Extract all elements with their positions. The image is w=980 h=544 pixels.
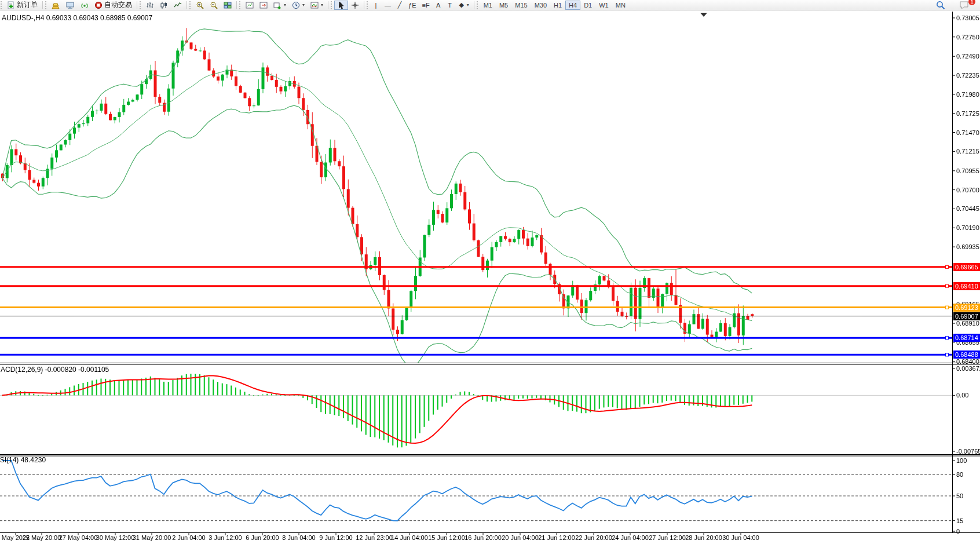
cursor-icon — [337, 1, 345, 9]
rsi-axis-label: 0 — [956, 528, 960, 535]
timeframe-m5-label: M5 — [499, 2, 508, 9]
toolbar-drag-handle — [367, 1, 370, 9]
main-toolbar: 新订单自动交易▾▾▾|—╱ƒE≡FAT◆▾M1M5M15M30H1H4D1W1M… — [0, 0, 980, 10]
crosshair-icon — [351, 1, 359, 9]
autotrading-button[interactable]: 自动交易 — [92, 1, 135, 10]
toolbar-separator — [328, 1, 328, 9]
time-axis-label: 30 May 12:00 — [96, 534, 135, 541]
arrows-button[interactable]: ◆▾ — [456, 1, 472, 10]
timeframe-h1[interactable]: H1 — [550, 1, 565, 10]
toolbar-separator — [137, 1, 137, 9]
price-tick-label: 0.71470 — [956, 129, 979, 136]
timeframe-m1[interactable]: M1 — [480, 1, 496, 10]
new-chart-button[interactable]: ▾ — [270, 1, 289, 10]
time-axis-label: 25 May 20:00 — [23, 534, 61, 541]
clock-icon — [292, 1, 300, 9]
crosshair-button[interactable] — [348, 1, 362, 10]
price-level-badge: 0.68714 — [953, 334, 980, 342]
timeframe-m30[interactable]: M30 — [531, 1, 550, 10]
timeframe-h4[interactable]: H4 — [565, 1, 580, 10]
chartb-icon — [259, 1, 268, 9]
candles-icon — [160, 1, 168, 9]
chevron-down-icon: ▾ — [284, 2, 286, 8]
timeframe-mn[interactable]: MN — [612, 1, 629, 10]
price-tick-label: 0.73005 — [956, 14, 979, 21]
chartplus-icon — [273, 1, 281, 9]
timeframe-m15[interactable]: M15 — [511, 1, 531, 10]
toolbar-separator — [474, 1, 474, 9]
chat-button[interactable]: 1 — [956, 1, 972, 10]
chevron-down-icon: ▾ — [467, 2, 469, 8]
horizontal-line-button-glyph: — — [385, 2, 391, 9]
toolbar-separator — [364, 1, 364, 9]
time-axis-label: 20 Jun 04:00 — [502, 534, 539, 541]
chat-icon — [959, 1, 969, 9]
rsi-axis-label: 100 — [956, 457, 967, 464]
signals-button[interactable] — [78, 1, 92, 10]
time-axis-label: 3 Jun 12:00 — [209, 534, 242, 541]
history-center-button[interactable] — [49, 1, 63, 10]
horizontal-line-button[interactable]: — — [382, 1, 394, 10]
auto-scroll-button[interactable] — [243, 1, 257, 10]
time-axis-label: 22 Jun 20:00 — [575, 534, 612, 541]
price-chart-canvas[interactable] — [0, 10, 980, 544]
macd-axis-label: -0.007656 — [956, 448, 980, 455]
price-tick-label: 0.71980 — [956, 91, 979, 98]
search-button[interactable] — [933, 1, 948, 10]
price-tick-label: 0.70955 — [956, 167, 979, 174]
rsi-axis-label: 50 — [956, 492, 963, 499]
price-level-badge: 0.69410 — [953, 282, 980, 290]
terminal-button[interactable] — [63, 1, 78, 10]
zoom-out-button[interactable] — [207, 1, 221, 10]
timeframe-d1[interactable]: D1 — [580, 1, 595, 10]
timeframe-h4-label: H4 — [569, 2, 577, 9]
templates-button[interactable]: ▾ — [308, 1, 326, 10]
text-button-glyph: A — [436, 2, 441, 9]
time-axis-label: 8 Jun 04:00 — [282, 534, 316, 541]
macd-axis-label: 0.003672 — [956, 365, 980, 372]
toolbar-separator — [187, 1, 187, 9]
zoom-in-button[interactable] — [193, 1, 207, 10]
trendline-button[interactable]: ╱ — [394, 1, 405, 10]
current-price-badge: 0.69007 — [953, 312, 980, 320]
price-level-badge: 0.68488 — [953, 351, 980, 359]
search-icon — [936, 1, 945, 10]
docplus-icon — [7, 1, 15, 9]
timeframe-w1-label: W1 — [599, 2, 609, 9]
rsi-axis-label: 15 — [956, 517, 963, 524]
vertical-line-button[interactable]: | — [370, 1, 382, 10]
fibonacci-button-glyph: ƒE — [408, 2, 416, 9]
text-label-button[interactable]: T — [444, 1, 456, 10]
timeframe-m15-label: M15 — [515, 2, 527, 9]
chart-shift-button[interactable] — [257, 1, 270, 10]
time-axis-label: 28 Jun 20:00 — [685, 534, 722, 541]
time-axis-label: 6 Jun 20:00 — [246, 534, 279, 541]
bar-chart-button[interactable] — [143, 1, 157, 10]
cursor-button[interactable] — [334, 1, 348, 10]
timeframe-mn-label: MN — [616, 2, 626, 9]
charta-icon — [246, 1, 254, 9]
toolbar-drag-handle — [239, 1, 242, 9]
toolbar-drag-handle — [477, 1, 480, 9]
time-axis-label: 27 May 04:00 — [59, 534, 98, 541]
timeframe-w1[interactable]: W1 — [595, 1, 612, 10]
time-axis-label: 9 Jun 12:00 — [319, 534, 353, 541]
price-tick-label: 0.70190 — [956, 224, 979, 231]
template-icon — [310, 1, 319, 9]
macd-axis-label: 0.00 — [956, 392, 968, 399]
channel-button[interactable]: ≡F — [419, 1, 433, 10]
tile-windows-button[interactable] — [221, 1, 235, 10]
line-chart-button[interactable] — [171, 1, 185, 10]
timeframe-m5[interactable]: M5 — [496, 1, 511, 10]
toolbar-drag-handle — [331, 1, 334, 9]
toolbar-drag-handle — [189, 1, 192, 9]
fibonacci-button[interactable]: ƒE — [405, 1, 419, 10]
chevron-down-icon: ▾ — [302, 2, 305, 8]
timeframe-m30-label: M30 — [535, 2, 547, 9]
zoomin-icon — [196, 1, 204, 9]
candlestick-chart-button[interactable] — [157, 1, 171, 10]
periods-button[interactable]: ▾ — [289, 1, 308, 10]
new-order-button[interactable]: 新订单 — [4, 1, 41, 10]
text-button[interactable]: A — [433, 1, 444, 10]
signal-icon — [81, 1, 89, 9]
